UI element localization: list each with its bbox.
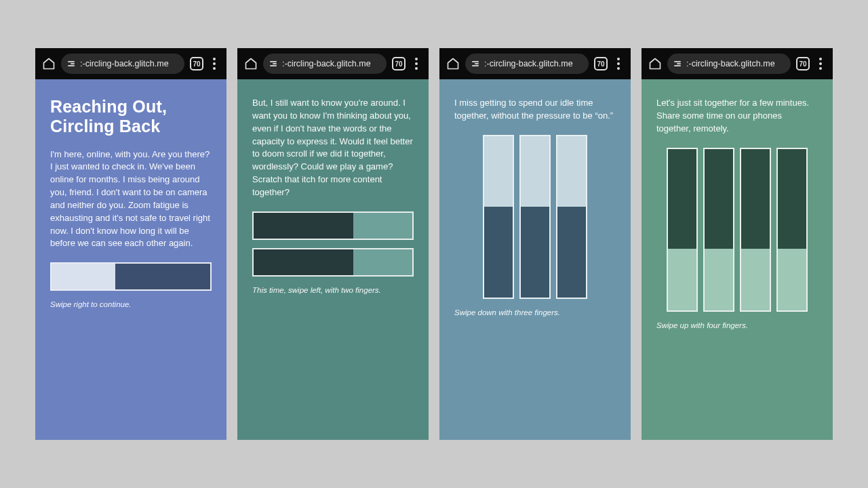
overflow-menu-icon[interactable]	[613, 58, 624, 70]
bar-segment	[741, 149, 770, 249]
site-settings-icon[interactable]	[472, 61, 479, 66]
site-settings-icon[interactable]	[270, 61, 277, 66]
progress-bar[interactable]	[252, 248, 414, 277]
bar-segment	[484, 207, 513, 297]
instruction-hint: Swipe right to continue.	[50, 300, 212, 308]
tab-count-button[interactable]: 70	[796, 57, 810, 70]
vertical-bar	[740, 148, 771, 312]
url-text: :-circling-back.glitch.me	[484, 59, 573, 68]
body-text: I miss getting to spend our idle time to…	[454, 97, 616, 123]
site-settings-icon[interactable]	[674, 61, 681, 66]
bar-segment	[557, 136, 586, 207]
tab-count-button[interactable]: 70	[392, 57, 406, 70]
page-title: Reaching Out, Circling Back	[50, 97, 212, 136]
phone-screen: :-circling-back.glitch.me70Reaching Out,…	[35, 48, 226, 440]
home-icon[interactable]	[648, 57, 662, 70]
progress-bar[interactable]	[252, 211, 414, 240]
bar-segment	[557, 207, 586, 297]
home-icon[interactable]	[446, 57, 460, 70]
phone-screen: :-circling-back.glitch.me70But, I still …	[237, 48, 429, 440]
overflow-menu-icon[interactable]	[411, 58, 422, 70]
bar-segment	[705, 249, 733, 310]
browser-chrome: :-circling-back.glitch.me70	[35, 48, 226, 79]
phone-screen: :-circling-back.glitch.me70I miss gettin…	[439, 48, 631, 440]
url-text: :-circling-back.glitch.me	[686, 59, 775, 68]
vertical-bar	[483, 135, 514, 299]
vertical-bar	[519, 135, 551, 299]
progress-bar[interactable]	[50, 262, 212, 291]
page-content[interactable]: Reaching Out, Circling BackI'm here, onl…	[35, 79, 226, 440]
page-content[interactable]: Let's just sit together for a few mintue…	[642, 79, 833, 440]
instruction-hint: Swipe down with three fingers.	[454, 308, 616, 317]
tab-count-button[interactable]: 70	[594, 57, 608, 70]
url-bar[interactable]: :-circling-back.glitch.me	[263, 54, 387, 74]
body-text: But, I still want to know you're around.…	[252, 97, 414, 199]
bar-segment	[741, 249, 770, 310]
phone-screen: :-circling-back.glitch.me70Let's just si…	[642, 48, 833, 440]
bar-segment	[778, 149, 806, 249]
progress-segment	[254, 213, 353, 239]
site-settings-icon[interactable]	[68, 61, 75, 66]
vertical-bar	[667, 148, 698, 312]
browser-chrome: :-circling-back.glitch.me70	[439, 48, 631, 79]
url-text: :-circling-back.glitch.me	[282, 59, 371, 68]
home-icon[interactable]	[244, 57, 258, 70]
instruction-hint: Swipe up with four fingers.	[656, 321, 818, 329]
bar-segment	[778, 249, 806, 310]
progress-segment	[353, 213, 412, 239]
bar-segment	[705, 149, 733, 249]
browser-chrome: :-circling-back.glitch.me70	[642, 48, 833, 79]
url-bar[interactable]: :-circling-back.glitch.me	[61, 54, 184, 74]
page-content[interactable]: I miss getting to spend our idle time to…	[439, 79, 631, 440]
body-text: I'm here, online, with you. Are you ther…	[50, 148, 212, 251]
url-bar[interactable]: :-circling-back.glitch.me	[465, 54, 589, 74]
bar-segment	[484, 136, 513, 207]
progress-segment	[353, 249, 412, 275]
bar-cluster[interactable]	[656, 148, 818, 312]
url-bar[interactable]: :-circling-back.glitch.me	[667, 54, 791, 74]
home-icon[interactable]	[42, 57, 56, 70]
bar-segment	[668, 149, 696, 249]
overflow-menu-icon[interactable]	[209, 58, 220, 70]
bar-segment	[668, 249, 696, 310]
instruction-hint: This time, swipe left, with two fingers.	[252, 286, 414, 294]
vertical-bar	[776, 148, 808, 312]
bar-cluster[interactable]	[454, 135, 616, 299]
url-text: :-circling-back.glitch.me	[80, 59, 169, 68]
bar-segment	[521, 207, 549, 297]
phone-screens-row: :-circling-back.glitch.me70Reaching Out,…	[35, 48, 833, 440]
tab-count-button[interactable]: 70	[190, 57, 203, 70]
vertical-bar	[703, 148, 734, 312]
bar-segment	[521, 136, 549, 207]
body-text: Let's just sit together for a few mintue…	[656, 97, 818, 136]
browser-chrome: :-circling-back.glitch.me70	[237, 48, 429, 79]
progress-segment	[115, 264, 210, 289]
vertical-bar	[556, 135, 587, 299]
page-content[interactable]: But, I still want to know you're around.…	[237, 79, 429, 440]
overflow-menu-icon[interactable]	[815, 58, 826, 70]
progress-segment	[52, 264, 115, 289]
progress-segment	[254, 249, 353, 275]
